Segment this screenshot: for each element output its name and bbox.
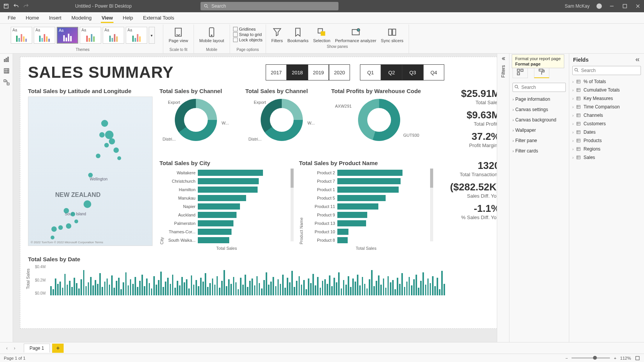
snap-checkbox[interactable]: Snap to grid <box>233 32 263 37</box>
selection-button[interactable]: Selection <box>311 25 333 44</box>
page-tab-1[interactable]: Page 1 <box>24 344 50 352</box>
zoom-in[interactable]: + <box>614 356 616 360</box>
donut-channel-2[interactable]: Total Sales by Channel Export W... Distr… <box>245 88 326 157</box>
city-bar-chart[interactable]: Total Sales by City City WaitakereChrist… <box>159 160 294 251</box>
format-section[interactable]: ›Canvas background <box>512 115 567 125</box>
sync-slicers-button[interactable]: Sync slicers <box>379 25 406 44</box>
svg-rect-18 <box>7 83 9 85</box>
next-page[interactable]: › <box>11 346 18 351</box>
column-bar <box>348 276 349 295</box>
minimize-icon[interactable] <box>609 3 615 9</box>
field-table[interactable]: ›Cumulative Totals <box>572 86 642 94</box>
format-section[interactable]: ›Page information <box>512 94 567 105</box>
year-2019[interactable]: 2019 <box>308 64 329 80</box>
add-page-button[interactable]: + <box>52 344 64 353</box>
zoom-slider[interactable] <box>572 357 610 359</box>
field-table[interactable]: ›Products <box>572 136 642 145</box>
year-2017[interactable]: 2017 <box>266 64 287 80</box>
field-table[interactable]: ›Channels <box>572 111 642 120</box>
viz-search-input[interactable] <box>513 83 566 92</box>
themes-dropdown[interactable]: ▾ <box>149 27 155 44</box>
menu-view[interactable]: View <box>97 13 117 22</box>
collapse-icon[interactable] <box>635 57 640 62</box>
svg-rect-31 <box>577 131 580 134</box>
report-canvas[interactable]: SALES SUMMARY 2017 2018 2019 2020 Q1 Q2 … <box>20 57 497 329</box>
bar-row: Napier <box>164 202 289 211</box>
donut-channel-1[interactable]: Total Sales by Channel Export W... Distr… <box>159 88 240 157</box>
undo-icon[interactable] <box>13 3 19 9</box>
menu-file[interactable]: File <box>3 13 20 22</box>
mobile-layout-button[interactable]: Mobile layout <box>197 25 227 44</box>
column-bar <box>291 271 293 295</box>
maximize-icon[interactable] <box>622 3 628 9</box>
bookmarks-button[interactable]: Bookmarks <box>285 25 311 44</box>
field-table[interactable]: ›Customers <box>572 120 642 128</box>
lock-checkbox[interactable]: Lock objects <box>233 38 263 42</box>
save-icon[interactable] <box>3 3 9 9</box>
theme-swatch-6[interactable]: Aa <box>126 27 147 44</box>
q2[interactable]: Q2 <box>381 64 402 80</box>
fit-page-icon[interactable] <box>635 355 640 361</box>
column-bar <box>198 286 199 295</box>
username[interactable]: Sam McKay <box>565 3 590 9</box>
theme-swatch-2[interactable]: Aa <box>34 27 55 44</box>
field-table[interactable]: ›Regions <box>572 145 642 153</box>
close-icon[interactable] <box>635 3 641 9</box>
menu-modeling[interactable]: Modeling <box>67 13 96 22</box>
format-section[interactable]: ›Wallpaper <box>512 125 567 136</box>
donut-warehouse[interactable]: Total Profits by Warehouse Code AXW291 G… <box>331 88 423 157</box>
menu-help[interactable]: Help <box>118 13 138 22</box>
menu-home[interactable]: Home <box>21 13 44 22</box>
theme-swatch-1[interactable]: Aa <box>11 27 32 44</box>
column-bar <box>83 270 85 295</box>
column-bar <box>205 273 206 295</box>
field-table[interactable]: ›Dates <box>572 128 642 136</box>
zoom-out[interactable]: − <box>565 356 568 360</box>
kpi-total-sales: $25.91M <box>439 88 497 100</box>
format-section[interactable]: ›Filter cards <box>512 146 567 156</box>
date-column-chart[interactable]: Total Sales by Date Total Sales $0.4M $0… <box>28 256 489 295</box>
field-table[interactable]: ›Sales <box>572 153 642 162</box>
format-section[interactable]: ›Filter pane <box>512 136 567 146</box>
filters-pane-collapsed[interactable]: Filters <box>497 54 509 342</box>
menu-insert[interactable]: Insert <box>44 13 66 22</box>
year-2018[interactable]: 2018 <box>287 64 308 80</box>
data-view-icon[interactable] <box>3 67 10 74</box>
year-2020[interactable]: 2020 <box>329 64 350 80</box>
gridlines-checkbox[interactable]: Gridlines <box>233 27 263 31</box>
column-bar <box>202 282 204 295</box>
field-table[interactable]: ›Key Measures <box>572 94 642 103</box>
page-view-button[interactable]: Page view <box>166 25 191 44</box>
column-bar <box>371 270 373 295</box>
theme-swatch-5[interactable]: Aa <box>103 27 124 44</box>
redo-icon[interactable] <box>23 3 29 9</box>
model-view-icon[interactable] <box>3 79 10 86</box>
report-view-icon[interactable] <box>3 56 10 63</box>
avatar[interactable] <box>596 3 602 9</box>
column-bar <box>67 285 68 295</box>
product-bar-chart[interactable]: Total Sales by Product Name Product Name… <box>299 160 433 251</box>
scrollbar[interactable] <box>430 169 433 241</box>
column-bar <box>385 288 387 295</box>
menu-external-tools[interactable]: External Tools <box>138 13 179 22</box>
column-bar <box>219 288 220 295</box>
q3[interactable]: Q3 <box>402 64 423 80</box>
filters-pane-button[interactable]: Filters <box>269 25 285 44</box>
fields-search-input[interactable] <box>572 66 641 75</box>
column-bar <box>177 281 178 295</box>
map-visual[interactable]: Total Sales by Latitude and Longitude NE… <box>28 88 153 251</box>
format-section[interactable]: ›Canvas settings <box>512 105 567 115</box>
theme-swatch-4[interactable]: Aa <box>80 27 101 44</box>
column-bar <box>188 288 190 295</box>
field-table[interactable]: ›% of Totals <box>572 77 642 86</box>
theme-swatch-3[interactable]: Aa <box>57 27 78 44</box>
q4[interactable]: Q4 <box>423 64 444 80</box>
column-bar <box>329 275 330 295</box>
performance-analyzer-button[interactable]: Performance analyzer <box>333 25 379 44</box>
column-bar <box>378 275 380 295</box>
scrollbar[interactable] <box>291 169 294 241</box>
q1[interactable]: Q1 <box>360 64 381 80</box>
global-search[interactable]: Search <box>200 2 338 10</box>
prev-page[interactable]: ‹ <box>3 346 11 351</box>
field-table[interactable]: ›Time Comparison <box>572 103 642 111</box>
